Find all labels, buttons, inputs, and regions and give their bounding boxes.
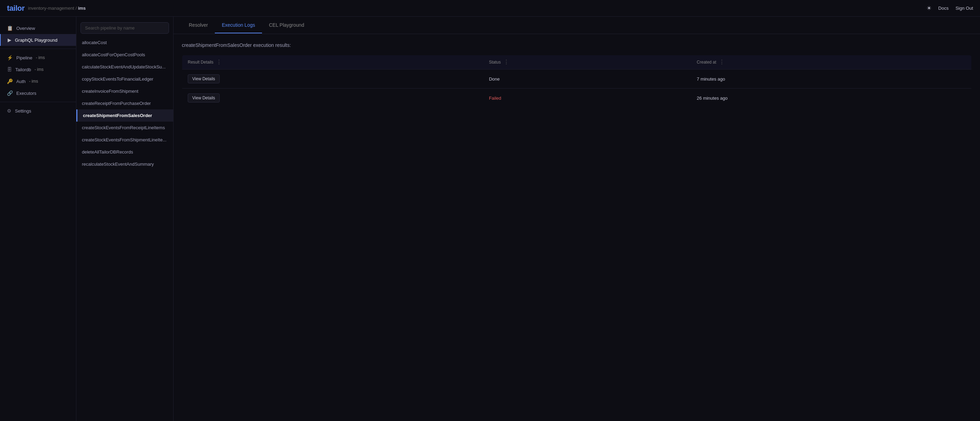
created-at-value-2: 26 minutes ago <box>697 96 728 101</box>
status-menu-icon[interactable]: ⋮ <box>504 59 509 65</box>
tab-execution-logs[interactable]: Execution Logs <box>215 18 262 33</box>
status-cell: Done <box>484 70 691 89</box>
sidebar-item-sub: - ims <box>29 79 38 84</box>
sidebar-item-tailordb[interactable]: 🗄 Tailordb - ims <box>0 64 76 75</box>
created-at-value: 7 minutes ago <box>697 77 725 81</box>
sidebar-item-executors[interactable]: 🔗 Executors <box>0 87 76 99</box>
search-input[interactable] <box>81 22 169 34</box>
pipeline-item-copyStockEvents[interactable]: copyStockEventsToFinancialLedger <box>76 73 173 85</box>
view-details-button-2[interactable]: View Details <box>188 93 220 102</box>
search-box <box>81 22 169 34</box>
created-at-menu-icon[interactable]: ⋮ <box>719 59 725 65</box>
topnav: tailor inventory-management / ims ☀ Docs… <box>0 0 980 17</box>
exec-title: createShipmentFromSalesOrder execution r… <box>182 42 972 48</box>
result-details-menu-icon[interactable]: ⋮ <box>216 59 222 65</box>
col-header-created-at-label: Created at <box>697 60 716 65</box>
gear-icon: ⚙ <box>7 108 11 113</box>
pipeline-items: allocateCost allocateCostForOpenCostPool… <box>76 37 173 421</box>
sidebar-item-auth[interactable]: 🔑 Auth - ims <box>0 75 76 87</box>
sidebar-item-label: Settings <box>15 108 31 113</box>
pipeline-item-allocateCostForOpenCostPools[interactable]: allocateCostForOpenCostPools <box>76 49 173 61</box>
status-cell-2: Failed <box>484 89 691 108</box>
pipeline-item-calculateStockEvent[interactable]: calculateStockEventAndUpdateStockSu... <box>76 61 173 73</box>
sidebar-item-pipeline[interactable]: ⚡ Pipeline - ims <box>0 52 76 64</box>
topnav-left: tailor inventory-management / ims <box>7 4 86 13</box>
exec-table: Result Details ⋮ Status ⋮ <box>182 55 972 108</box>
exec-content: createShipmentFromSalesOrder execution r… <box>173 34 980 421</box>
table-row: View Details Done 7 minutes ago <box>182 70 972 89</box>
book-icon: 📋 <box>7 26 13 31</box>
breadcrumb-active: ims <box>78 6 86 11</box>
col-header-result-details-label: Result Details <box>188 60 213 65</box>
sidebar-item-sub: - ims <box>35 67 44 72</box>
col-header-result-details: Result Details ⋮ <box>182 55 484 70</box>
sidebar-item-label: Auth <box>16 79 26 84</box>
pipeline-item-deleteAllTailor[interactable]: deleteAllTailorDBRecords <box>76 146 173 158</box>
sidebar-item-settings[interactable]: ⚙ Settings <box>0 105 76 117</box>
key-icon: 🔑 <box>7 78 13 84</box>
play-icon: ▶ <box>8 37 11 43</box>
breadcrumb: inventory-management / ims <box>28 6 86 11</box>
table-header-row: Result Details ⋮ Status ⋮ <box>182 55 972 70</box>
sidebar-item-label: Pipeline <box>16 55 32 61</box>
col-header-status-label: Status <box>489 60 501 65</box>
layout: 📋 Overview ▶ GraphQL Playground ⚡ Pipeli… <box>0 17 980 421</box>
sidebar-divider <box>0 49 76 49</box>
pipeline-item-createInvoice[interactable]: createInvoiceFromShipment <box>76 85 173 97</box>
db-icon: 🗄 <box>7 67 12 72</box>
tab-cel-playground[interactable]: CEL Playground <box>262 18 311 33</box>
created-at-cell-2: 26 minutes ago <box>691 89 972 108</box>
sidebar-item-label: Executors <box>16 91 37 96</box>
created-at-cell: 7 minutes ago <box>691 70 972 89</box>
pipeline-item-createStockEventsReceipt[interactable]: createStockEventsFromReceiptLineItems <box>76 121 173 134</box>
theme-toggle-icon[interactable]: ☀ <box>927 5 931 11</box>
sidebar-item-label: GraphQL Playground <box>15 38 57 43</box>
col-header-created-at: Created at ⋮ <box>691 55 972 70</box>
status-failed-badge: Failed <box>489 96 501 101</box>
executors-icon: 🔗 <box>7 90 13 96</box>
pipeline-icon: ⚡ <box>7 55 13 61</box>
col-header-status: Status ⋮ <box>484 55 691 70</box>
sidebar-item-label: Overview <box>16 26 35 31</box>
table-row: View Details Failed 26 minutes ago <box>182 89 972 108</box>
sidebar-item-label: Tailordb <box>15 67 31 72</box>
sidebar-item-graphql-playground[interactable]: ▶ GraphQL Playground <box>0 34 76 46</box>
signout-link[interactable]: Sign Out <box>955 6 973 11</box>
status-done-badge: Done <box>489 77 500 81</box>
pipeline-item-createStockEventsShipment[interactable]: createStockEventsFromShipmentLineIte... <box>76 134 173 146</box>
pipeline-item-createReceipt[interactable]: createReceiptFromPurchaseOrder <box>76 97 173 109</box>
sidebar-item-overview[interactable]: 📋 Overview <box>0 22 76 34</box>
pipeline-item-recalculate[interactable]: recalculateStockEventAndSummary <box>76 158 173 170</box>
main-content: Resolver Execution Logs CEL Playground c… <box>173 17 980 421</box>
docs-link[interactable]: Docs <box>939 6 949 11</box>
pipeline-list: allocateCost allocateCostForOpenCostPool… <box>76 17 173 421</box>
pipeline-item-createShipment[interactable]: createShipmentFromSalesOrder <box>76 109 173 121</box>
breadcrumb-separator: / <box>75 6 78 11</box>
tabs: Resolver Execution Logs CEL Playground <box>173 17 980 34</box>
tab-resolver[interactable]: Resolver <box>182 18 215 33</box>
logo: tailor <box>7 4 25 13</box>
result-details-cell: View Details <box>182 70 484 89</box>
sidebar-divider-2 <box>0 102 76 102</box>
result-details-cell-2: View Details <box>182 89 484 108</box>
sidebar: 📋 Overview ▶ GraphQL Playground ⚡ Pipeli… <box>0 17 76 421</box>
sidebar-item-sub: - ims <box>36 55 45 60</box>
breadcrumb-parent: inventory-management <box>28 6 74 11</box>
view-details-button-1[interactable]: View Details <box>188 74 220 83</box>
pipeline-item-allocateCost[interactable]: allocateCost <box>76 37 173 49</box>
topnav-right: ☀ Docs Sign Out <box>927 5 973 11</box>
